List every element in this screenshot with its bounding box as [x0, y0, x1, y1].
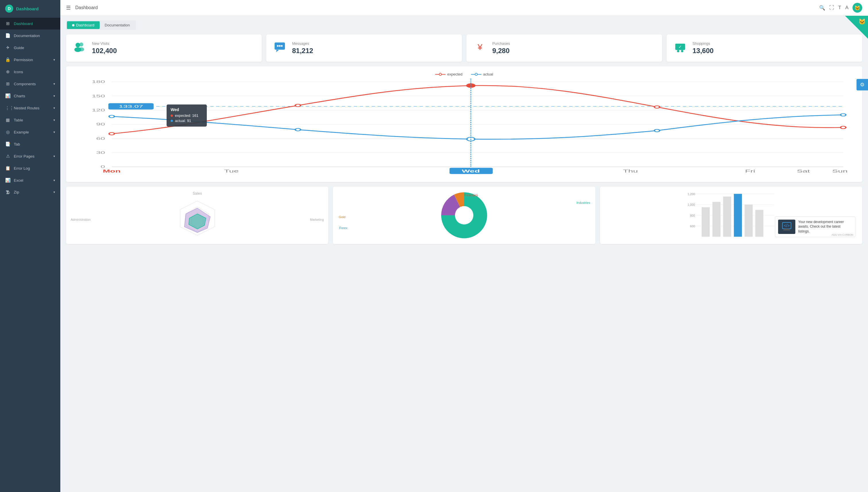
components-icon: ⊞: [5, 81, 10, 87]
purchases-label: Purchases: [492, 41, 510, 46]
svg-point-15: [439, 73, 442, 75]
svg-point-11: [677, 50, 679, 52]
sidebar-item-error-log[interactable]: 📋Error Log: [0, 162, 60, 174]
svg-point-1: [79, 43, 83, 47]
sidebar-item-zip[interactable]: 🗜Zip▾: [0, 186, 60, 198]
svg-text:600: 600: [690, 225, 695, 228]
svg-text:¥: ¥: [477, 42, 483, 52]
sidebar-label-error-log: Error Log: [14, 166, 30, 171]
sidebar-label-error-pages: Error Pages: [14, 154, 34, 158]
svg-rect-73: [745, 205, 753, 237]
tab-dot: [72, 24, 74, 26]
sidebar-label-guide: Guide: [14, 46, 24, 50]
shoppings-info: Shoppings13,600: [693, 41, 713, 55]
messages-value: 81,212: [292, 47, 313, 55]
components-chevron-icon: ▾: [53, 82, 55, 86]
purchases-info: Purchases9,280: [492, 41, 510, 55]
tab-dashboard[interactable]: Dashboard: [67, 21, 100, 29]
svg-point-12: [681, 50, 683, 52]
svg-rect-74: [755, 210, 763, 237]
messages-label: Messages: [292, 41, 313, 46]
example-chevron-icon: ▾: [53, 130, 55, 134]
sidebar-item-tab[interactable]: 📑Tab: [0, 138, 60, 150]
svg-point-36: [295, 104, 301, 107]
charts-icon: 📊: [5, 93, 10, 98]
sidebar-label-nested-routes: Nested Routes: [14, 106, 39, 110]
pie-label-industries: Industries: [577, 201, 590, 204]
stat-card-new-visits: New Visits102,400: [66, 34, 262, 62]
sidebar-item-excel[interactable]: 📊Excel▾: [0, 174, 60, 186]
charts-chevron-icon: ▾: [53, 94, 55, 98]
tab-documentation[interactable]: Documentation: [100, 21, 135, 29]
sidebar-item-dashboard[interactable]: ⊞Dashboard: [0, 18, 60, 29]
svg-text:Mon: Mon: [103, 169, 121, 173]
sidebar-item-icons[interactable]: ⊕Icons: [0, 66, 60, 78]
sidebar-item-components[interactable]: ⊞Components▾: [0, 78, 60, 90]
sidebar-item-charts[interactable]: 📊Charts▾: [0, 90, 60, 102]
sidebar-item-table[interactable]: ▦Table▾: [0, 114, 60, 126]
sidebar-item-permission[interactable]: 🔒Permission▾: [0, 54, 60, 66]
pie-label-gold: Gold: [338, 215, 345, 219]
zip-chevron-icon: ▾: [53, 190, 55, 194]
sidebar-title: Dashboard: [16, 6, 39, 11]
svg-text:90: 90: [96, 122, 105, 126]
shoppings-label: Shoppings: [693, 41, 713, 46]
guide-icon: ✈: [5, 45, 10, 50]
sidebar-logo: D: [5, 5, 13, 13]
stat-card-shoppings: ✓Shoppings13,600: [667, 34, 862, 62]
sidebar-item-documentation[interactable]: 📄Documentation: [0, 29, 60, 42]
messages-icon: [273, 42, 287, 54]
bar-chart-card: 1,200 1,000 800 600: [600, 187, 862, 244]
svg-text:120: 120: [92, 108, 105, 112]
permission-chevron-icon: ▾: [53, 58, 55, 62]
svg-text:180: 180: [92, 79, 105, 84]
svg-point-40: [109, 115, 115, 118]
table-chevron-icon: ▾: [53, 118, 55, 122]
sidebar-label-zip: Zip: [14, 190, 19, 194]
sidebar-item-error-pages[interactable]: ⚠Error Pages▾: [0, 150, 60, 162]
settings-float-button[interactable]: ⚙: [857, 79, 868, 91]
sidebar-item-nested-routes[interactable]: ⋮⋮Nested Routes▾: [0, 102, 60, 114]
svg-text:</>: </>: [784, 223, 790, 228]
svg-point-41: [295, 128, 301, 131]
sidebar-label-charts: Charts: [14, 94, 25, 98]
documentation-icon: 📄: [5, 33, 10, 38]
sidebar-header: D Dashboard: [0, 0, 60, 18]
svg-rect-72: [734, 194, 742, 237]
sidebar-item-guide[interactable]: ✈Guide: [0, 42, 60, 54]
svg-point-60: [455, 206, 473, 224]
purchases-value: 9,280: [492, 47, 510, 55]
ad-icon: </>: [778, 220, 795, 234]
sidebar-label-table: Table: [14, 118, 23, 122]
line-chart: 180 150 120 90 60 30 0 133.07: [72, 79, 857, 176]
topbar-title: Dashboard: [75, 5, 815, 10]
hamburger-icon[interactable]: ☰: [66, 5, 71, 11]
dashboard-icon: ⊞: [5, 21, 10, 26]
svg-text:1,000: 1,000: [688, 203, 695, 206]
svg-text:0: 0: [100, 165, 105, 169]
svg-rect-71: [723, 197, 731, 237]
fullscreen-icon[interactable]: ⛶: [829, 5, 834, 10]
language-icon[interactable]: A: [845, 5, 848, 10]
permission-icon: 🔒: [5, 57, 10, 62]
svg-rect-69: [702, 207, 710, 237]
tabs-bar: Dashboard Documentation: [66, 20, 136, 30]
svg-text:Sat: Sat: [797, 169, 810, 173]
svg-text:Wed: Wed: [462, 169, 480, 173]
tab-icon: 📑: [5, 142, 10, 147]
svg-text:150: 150: [92, 94, 105, 98]
topbar: ☰ Dashboard 🔍 ⛶ T A 🐱: [60, 0, 868, 16]
shoppings-value: 13,600: [693, 47, 713, 55]
radar-label-admin: Administration: [71, 218, 91, 221]
sidebar-item-example[interactable]: ◎Example▾: [0, 126, 60, 138]
svg-point-3: [78, 47, 84, 51]
search-icon[interactable]: 🔍: [819, 5, 825, 11]
text-size-icon[interactable]: T: [838, 5, 841, 10]
new-visits-label: New Visits: [92, 41, 117, 46]
example-icon: ◎: [5, 129, 10, 134]
sidebar-label-excel: Excel: [14, 178, 23, 182]
svg-point-6: [279, 45, 281, 47]
avatar[interactable]: 🐱: [852, 3, 862, 13]
svg-text:133.07: 133.07: [119, 104, 143, 108]
svg-point-7: [281, 45, 283, 47]
